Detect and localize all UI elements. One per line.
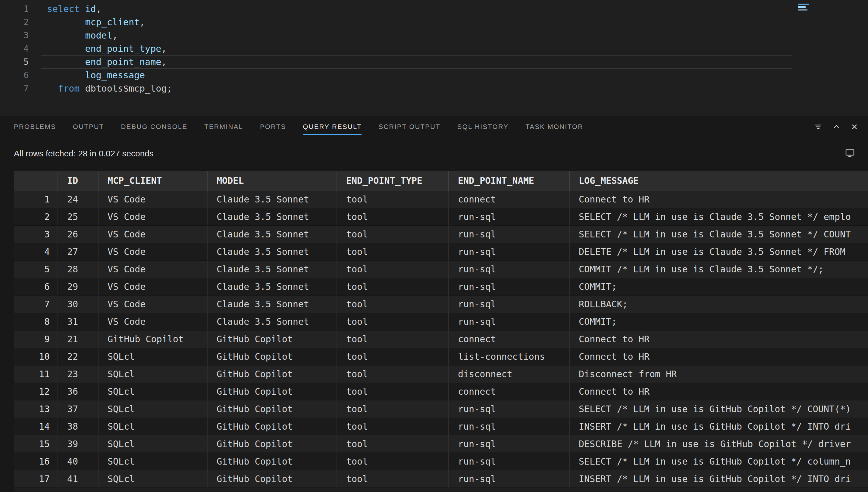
cell-end_point_name: run-sql (448, 400, 569, 418)
cell-id: 22 (57, 348, 98, 366)
panel-tab-script-output[interactable]: SCRIPT OUTPUT (378, 116, 440, 138)
panel-tab-query-result[interactable]: QUERY RESULT (303, 116, 362, 138)
minimap[interactable] (798, 4, 810, 12)
row-number: 3 (14, 226, 57, 243)
token-plain: , (140, 17, 145, 27)
table-row[interactable]: 1539SQLclGitHub Copilottoolrun-sqlDESCRI… (14, 435, 868, 453)
panel-tab-sql-history[interactable]: SQL HISTORY (457, 116, 509, 138)
row-number: 2 (14, 208, 57, 226)
panel-tab-ports[interactable]: PORTS (260, 116, 286, 138)
cell-log_message: DESCRIBE /* LLM in use is GitHub Copilot… (569, 435, 868, 453)
cell-id: 27 (57, 243, 98, 261)
cell-end_point_name: run-sql (448, 243, 569, 261)
table-row[interactable]: 629VS CodeClaude 3.5 Sonnettoolrun-sqlCO… (14, 278, 868, 296)
cell-log_message: SELECT /* LLM in use is Claude 3.5 Sonne… (569, 226, 868, 243)
sql-editor[interactable]: 1select id,2 mcp_client,3 model,4 end_po… (0, 0, 868, 116)
code-line-4[interactable]: 4 end_point_type, (0, 42, 868, 55)
cell-log_message: Connect to HR (569, 383, 868, 400)
table-row[interactable]: 124VS CodeClaude 3.5 SonnettoolconnectCo… (14, 191, 868, 208)
cell-mcp_client: SQLcl (98, 348, 207, 366)
column-header-end_point_name[interactable]: END_POINT_NAME (448, 171, 569, 191)
token-plain (47, 43, 85, 54)
token-plain (47, 57, 85, 67)
table-row[interactable]: 921GitHub CopilotGitHub Copilottoolconne… (14, 330, 868, 348)
cell-mcp_client: SQLcl (98, 435, 207, 453)
column-header-end_point_type[interactable]: END_POINT_TYPE (337, 171, 448, 191)
token-identifier: id (85, 4, 96, 14)
table-row[interactable]: 1741SQLclGitHub Copilottoolrun-sqlINSERT… (14, 470, 868, 488)
cell-end_point_type: tool (337, 208, 448, 226)
token-plain: , (161, 57, 167, 67)
column-header-log_message[interactable]: LOG_MESSAGE (569, 171, 868, 191)
table-row[interactable]: 427VS CodeClaude 3.5 Sonnettoolrun-sqlDE… (14, 243, 868, 261)
token-plain: , (161, 43, 167, 54)
cell-end_point_type: tool (337, 366, 448, 383)
cell-mcp_client: SQLcl (98, 366, 207, 383)
column-header-id[interactable]: ID (57, 171, 98, 191)
table-row[interactable]: 730VS CodeClaude 3.5 Sonnettoolrun-sqlRO… (14, 296, 868, 313)
cell-id: 25 (57, 208, 98, 226)
cell-log_message: Connect to HR (569, 348, 868, 366)
cell-log_message: COMMIT /* LLM in use is Claude 3.5 Sonne… (569, 261, 868, 278)
column-header-mcp_client[interactable]: MCP_CLIENT (98, 171, 207, 191)
table-row[interactable]: 326VS CodeClaude 3.5 Sonnettoolrun-sqlSE… (14, 226, 868, 243)
token-identifier: log_message (85, 70, 145, 80)
code-line-6[interactable]: 6 log_message (0, 69, 868, 82)
table-row[interactable]: 1236SQLclGitHub CopilottoolconnectConnec… (14, 383, 868, 400)
panel-tab-terminal[interactable]: TERMINAL (204, 116, 243, 138)
table-row[interactable]: 1337SQLclGitHub Copilottoolrun-sqlSELECT… (14, 400, 868, 418)
cell-end_point_name: run-sql (448, 418, 569, 435)
panel-tab-problems[interactable]: PROBLEMS (14, 116, 56, 138)
code-line-7[interactable]: 7 from dbtools$mcp_log; (0, 82, 868, 95)
code-line-1[interactable]: 1select id, (0, 2, 868, 16)
panel-tab-task-monitor[interactable]: TASK MONITOR (525, 116, 583, 138)
table-row[interactable]: 1438SQLclGitHub Copilottoolrun-sqlINSERT… (14, 418, 868, 435)
table-row[interactable]: 831VS CodeClaude 3.5 Sonnettoolrun-sqlCO… (14, 313, 868, 330)
table-row[interactable]: 1022SQLclGitHub Copilottoollist-connecti… (14, 348, 868, 366)
cell-end_point_name: connect (448, 191, 569, 208)
cell-end_point_name: run-sql (448, 470, 569, 488)
code-line-3[interactable]: 3 model, (0, 29, 868, 42)
token-plain (47, 70, 85, 80)
row-number: 5 (14, 261, 57, 278)
code-text: from dbtools$mcp_log; (47, 82, 172, 95)
line-number: 7 (0, 82, 29, 95)
cell-model: GitHub Copilot (207, 348, 337, 366)
code-text: mcp_client, (47, 16, 145, 29)
cell-end_point_type: tool (337, 470, 448, 488)
token-plain: , (96, 4, 102, 14)
cell-end_point_name: connect (448, 383, 569, 400)
code-line-5[interactable]: 5 end_point_name, (0, 55, 868, 69)
cell-model: Claude 3.5 Sonnet (207, 313, 337, 330)
cell-end_point_name: run-sql (448, 435, 569, 453)
table-row[interactable]: 1640SQLclGitHub Copilottoolrun-sqlSELECT… (14, 453, 868, 470)
code-text: end_point_type, (47, 42, 167, 55)
panel-tab-output[interactable]: OUTPUT (73, 116, 104, 138)
token-identifier: end_point_type (85, 43, 161, 54)
chevron-up-icon[interactable] (831, 122, 842, 132)
fetch-status: All rows fetched: 28 in 0.027 seconds (14, 148, 154, 160)
cell-id: 29 (57, 278, 98, 296)
cell-model: GitHub Copilot (207, 400, 337, 418)
panel-tab-debug-console[interactable]: DEBUG CONSOLE (121, 116, 188, 138)
row-number: 7 (14, 296, 57, 313)
code-line-2[interactable]: 2 mcp_client, (0, 16, 868, 29)
filter-lines-icon[interactable] (813, 122, 823, 132)
table-row[interactable]: 225VS CodeClaude 3.5 Sonnettoolrun-sqlSE… (14, 208, 868, 226)
cell-id: 40 (57, 453, 98, 470)
row-number: 14 (14, 418, 57, 435)
cell-end_point_name: run-sql (448, 208, 569, 226)
cell-mcp_client: VS Code (98, 296, 207, 313)
table-partial-row (14, 488, 868, 492)
table-row[interactable]: 1123SQLclGitHub CopilottooldisconnectDis… (14, 366, 868, 383)
column-header-model[interactable]: MODEL (207, 171, 337, 191)
cell-log_message: INSERT /* LLM in use is GitHub Copilot *… (569, 418, 868, 435)
cell-end_point_name: run-sql (448, 261, 569, 278)
row-number: 15 (14, 435, 57, 453)
token-plain: , (113, 30, 118, 41)
close-icon[interactable] (849, 122, 860, 132)
table-row[interactable]: 528VS CodeClaude 3.5 Sonnettoolrun-sqlCO… (14, 261, 868, 278)
open-in-window-icon[interactable] (844, 147, 856, 159)
cell-mcp_client: VS Code (98, 243, 207, 261)
cell-end_point_name: list-connections (448, 348, 569, 366)
